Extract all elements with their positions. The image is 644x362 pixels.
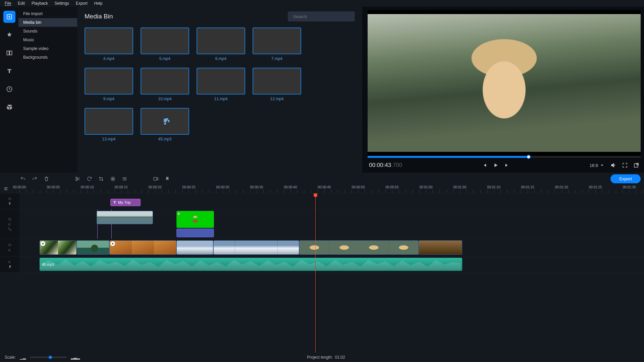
ruler-tick: 00:00:15 xyxy=(115,185,128,189)
split-button[interactable] xyxy=(75,176,80,182)
media-clip[interactable]: 7.mp4 xyxy=(253,27,301,61)
zoom-in-icon[interactable]: ▂▃▂ xyxy=(71,355,80,360)
timeline-video-clip[interactable]: ★ xyxy=(40,240,76,255)
category-backgrounds[interactable]: Backgrounds xyxy=(18,53,77,62)
fullscreen-button[interactable] xyxy=(622,162,628,168)
next-frame-button[interactable] xyxy=(504,162,510,168)
category-file-import[interactable]: File import xyxy=(18,9,77,18)
timeline-video-clip[interactable] xyxy=(176,240,213,255)
scale-slider[interactable] xyxy=(30,357,67,358)
ruler-tick: 00:01:15 xyxy=(521,185,534,189)
properties-button[interactable] xyxy=(122,176,127,182)
clip-name: 9.mp4 xyxy=(103,97,114,101)
timeline-video-clip[interactable] xyxy=(299,240,419,255)
timeline-audio-clip[interactable]: 45.mp3 xyxy=(40,258,462,271)
tool-titles[interactable] xyxy=(3,65,15,77)
clip-name: 5.mp4 xyxy=(159,56,170,61)
track-head-audio[interactable] xyxy=(0,256,19,272)
clip-name: 10.mp4 xyxy=(158,97,171,101)
timeline-video-clip[interactable] xyxy=(213,240,299,255)
tool-effects[interactable] xyxy=(3,29,15,41)
preview-progress[interactable] xyxy=(368,156,641,158)
export-button[interactable]: Export xyxy=(610,174,641,183)
clip-name: 4.mp4 xyxy=(103,56,114,61)
tool-stickers[interactable] xyxy=(3,83,15,95)
preview-progress-knob[interactable] xyxy=(527,155,531,159)
search-input[interactable] xyxy=(293,14,350,19)
menu-playback[interactable]: Playback xyxy=(28,0,51,6)
track-overlay: ★ xyxy=(0,209,644,239)
track-head-overlay[interactable] xyxy=(0,209,19,239)
timeline-toolbar: Export xyxy=(0,173,644,185)
lane-video[interactable]: ★★ xyxy=(19,239,644,256)
timeline-video-clip[interactable]: ★ xyxy=(109,240,176,255)
media-clip[interactable]: 9.mp4 xyxy=(85,68,133,101)
ruler-tick: 00:01:20 xyxy=(555,185,568,189)
media-clip[interactable]: 45.mp3 xyxy=(141,108,189,141)
preview-canvas[interactable] xyxy=(368,10,641,156)
delete-button[interactable] xyxy=(44,176,49,182)
lane-audio[interactable]: 45.mp3 xyxy=(19,256,644,272)
scale-knob[interactable] xyxy=(49,356,52,359)
clip-thumbnail xyxy=(197,68,245,95)
timeline-title-clip[interactable]: My Trip xyxy=(110,199,141,206)
record-button[interactable] xyxy=(153,176,159,182)
menu-settings[interactable]: Settings xyxy=(51,0,72,6)
color-button[interactable] xyxy=(110,176,116,182)
scale-label: Scale: xyxy=(5,355,16,360)
media-clip[interactable]: 13.mp4 xyxy=(85,108,133,141)
media-clip[interactable]: 5.mp4 xyxy=(141,27,189,61)
clip-name: 7.mp4 xyxy=(271,56,282,61)
svg-rect-14 xyxy=(10,229,11,231)
menu-edit[interactable]: Edit xyxy=(14,0,28,6)
timeline-overlay-clip[interactable]: ★ xyxy=(176,211,214,237)
svg-point-9 xyxy=(112,178,113,179)
ruler-tick: 00:00:40 xyxy=(284,185,297,189)
tool-more[interactable] xyxy=(3,101,15,113)
svg-rect-13 xyxy=(8,228,10,229)
track-head-video[interactable] xyxy=(0,239,19,256)
search-field[interactable] xyxy=(288,11,355,21)
redo-button[interactable] xyxy=(32,176,38,182)
clip-name: 45.mp3 xyxy=(158,137,171,141)
prev-frame-button[interactable] xyxy=(481,162,487,168)
timeline-ruler[interactable]: 00:00:0000:00:0500:00:1000:00:1500:00:20… xyxy=(0,185,644,193)
ruler-options-icon[interactable] xyxy=(3,186,9,192)
category-media-bin[interactable]: Media bin xyxy=(18,18,77,27)
timeline-overlay-clip[interactable] xyxy=(97,211,153,224)
category-sample-video[interactable]: Sample video xyxy=(18,44,77,53)
play-button[interactable] xyxy=(493,162,499,168)
rotate-button[interactable] xyxy=(87,176,92,182)
timeline-video-clip[interactable] xyxy=(76,240,109,255)
media-clip[interactable]: 12.mp4 xyxy=(253,68,301,101)
media-clip[interactable]: 10.mp4 xyxy=(141,68,189,101)
menu-export[interactable]: Export xyxy=(72,0,91,6)
timeline-footer: Scale: ▁▂ ▂▃▂ Project length: 01:02 xyxy=(0,353,644,362)
crop-button[interactable] xyxy=(98,176,104,182)
ruler-tick: 00:00:50 xyxy=(352,185,365,189)
zoom-out-icon[interactable]: ▁▂ xyxy=(20,355,26,360)
tool-import[interactable] xyxy=(3,11,15,23)
svg-rect-10 xyxy=(154,177,157,180)
effect-star-icon: ★ xyxy=(41,241,45,246)
media-clip[interactable]: 11.mp4 xyxy=(197,68,245,101)
popout-button[interactable] xyxy=(633,162,639,168)
menu-help[interactable]: Help xyxy=(91,0,106,6)
lane-titles[interactable]: My Trip xyxy=(19,193,644,209)
menu-file[interactable]: File xyxy=(1,0,14,6)
media-clip[interactable]: 4.mp4 xyxy=(85,27,133,61)
undo-button[interactable] xyxy=(20,176,26,182)
track-head-titles[interactable] xyxy=(0,193,19,209)
menu-bar: FileEditPlaybackSettingsExportHelp xyxy=(0,0,644,7)
tool-transitions[interactable] xyxy=(3,47,15,59)
media-clip[interactable]: 6.mp4 xyxy=(197,27,245,61)
timeline-video-clip[interactable] xyxy=(419,240,462,255)
lane-overlay[interactable]: ★ xyxy=(19,209,644,239)
mute-button[interactable] xyxy=(610,162,616,168)
category-list: File importMedia binSoundsMusicSample vi… xyxy=(18,7,77,173)
category-music[interactable]: Music xyxy=(18,36,77,44)
track-titles: My Trip xyxy=(0,193,644,209)
marker-button[interactable] xyxy=(165,176,170,182)
category-sounds[interactable]: Sounds xyxy=(18,27,77,36)
aspect-ratio-button[interactable]: 16:9 xyxy=(590,162,605,168)
